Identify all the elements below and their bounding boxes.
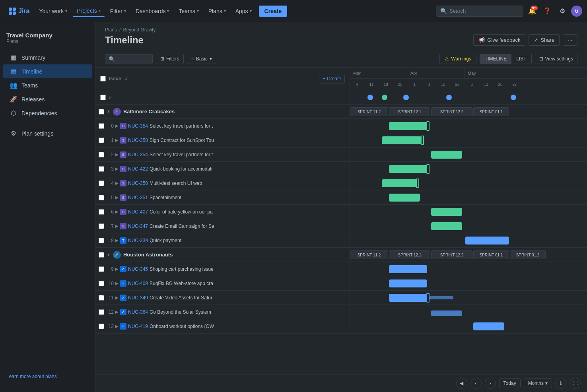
settings-button[interactable]: ⚙	[556, 5, 569, 17]
tab-timeline[interactable]: TIMELINE	[480, 54, 511, 64]
expand-6[interactable]: ▶	[115, 210, 119, 214]
info-button[interactable]: ℹ	[555, 378, 566, 389]
sidebar-item-teams[interactable]: 👥 Teams	[3, 78, 92, 92]
learn-more-link[interactable]: Learn more about plans	[6, 374, 57, 379]
row-checkbox-6[interactable]	[99, 209, 104, 215]
expand-2[interactable]: ▶	[115, 152, 119, 157]
issue-key-3[interactable]: NUC-422	[128, 166, 148, 172]
nav-next-button[interactable]: ›	[485, 378, 496, 389]
row-checkbox-11[interactable]	[99, 295, 104, 301]
issue-key-6[interactable]: NUC-407	[128, 209, 148, 215]
row-checkbox-0[interactable]	[99, 123, 104, 129]
issue-key-12[interactable]: NUC-364	[128, 309, 148, 315]
nav-back-button[interactable]: ◀	[456, 378, 467, 389]
jira-logo[interactable]: Jira	[5, 8, 33, 15]
group-houston-header[interactable]: ▼ 🚀 Houston Astronauts SPRINT 11.2 SPRIN…	[95, 248, 587, 262]
expand-3[interactable]: ▶	[115, 167, 119, 171]
filter-menu[interactable]: Filter ▾	[106, 6, 130, 17]
warnings-button[interactable]: ⚠ Warnings	[439, 54, 476, 64]
issue-key-13[interactable]: NUC-419	[128, 324, 148, 329]
give-feedback-button[interactable]: 📢 Give feedback	[473, 34, 525, 46]
search-input[interactable]	[449, 8, 519, 14]
gantt-cell-9	[350, 262, 587, 276]
milestone-3	[403, 95, 409, 100]
your-work-menu[interactable]: Your work ▾	[35, 6, 71, 17]
issue-key-5[interactable]: NUC-351	[128, 195, 148, 200]
today-button[interactable]: Today	[499, 378, 521, 388]
issue-key-9[interactable]: NUC-345	[128, 266, 148, 272]
breadcrumb-project[interactable]: Beyond Gravity	[123, 27, 155, 33]
group-baltimore-checkbox[interactable]	[99, 109, 104, 114]
expand-10[interactable]: ▶	[115, 281, 119, 285]
search-box[interactable]: 🔍	[436, 6, 523, 17]
months-dropdown[interactable]: Months ▾	[524, 378, 552, 388]
row-checkbox-4[interactable]	[99, 180, 104, 186]
share-button[interactable]: ↗ Share	[529, 34, 560, 46]
sidebar-item-timeline[interactable]: ▤ Timeline	[3, 64, 92, 78]
plans-menu[interactable]: Plans ▾	[204, 6, 230, 17]
issue-key-0[interactable]: NUC-354	[128, 123, 148, 129]
teams-menu[interactable]: Teams ▾	[175, 6, 202, 17]
month-row: Mar Apr May	[350, 68, 587, 79]
expand-9[interactable]: ▶	[115, 267, 119, 271]
more-options-button[interactable]: ···	[563, 34, 577, 46]
expand-11[interactable]: ▶	[115, 295, 119, 300]
basic-button[interactable]: ≡ Basic ▾	[187, 54, 216, 64]
sidebar-item-plan-settings[interactable]: ⚙ Plan settings	[3, 126, 92, 140]
row-num-7: 7	[106, 223, 114, 229]
expand-5[interactable]: ▶	[115, 195, 119, 200]
issue-key-7[interactable]: NUC-347	[128, 223, 148, 229]
help-button[interactable]: ❓	[541, 5, 554, 17]
expand-8[interactable]: ▶	[115, 238, 119, 243]
breadcrumb-plans[interactable]: Plans	[105, 27, 117, 33]
issue-key-8[interactable]: NUC-339	[128, 238, 148, 243]
apps-menu[interactable]: Apps ▾	[231, 6, 256, 17]
toolbar-search[interactable]: 🔍	[105, 54, 153, 64]
row-checkbox-10[interactable]	[99, 281, 104, 286]
row-checkbox-9[interactable]	[99, 266, 104, 272]
row-checkbox-3[interactable]	[99, 166, 104, 172]
row-checkbox-2[interactable]	[99, 152, 104, 157]
timeline-scroll[interactable]: # ▼ 🏃	[95, 90, 587, 374]
expand-0[interactable]: ▶	[115, 124, 119, 128]
type-icon-11: ✓	[120, 295, 126, 301]
row-checkbox-8[interactable]	[99, 238, 104, 243]
row-checkbox-12[interactable]	[99, 309, 104, 315]
milestone-checkbox[interactable]	[100, 95, 106, 100]
expand-7[interactable]: ▶	[115, 224, 119, 228]
issue-key-4[interactable]: NUC-350	[128, 180, 148, 186]
group-baltimore-header[interactable]: ▼ 🏃 Baltimore Crabcakes SPRINT 11.2 SPRI…	[95, 105, 587, 119]
row-checkbox-1[interactable]	[99, 138, 104, 143]
day-4: 4	[350, 79, 364, 90]
toolbar-search-input[interactable]	[117, 56, 149, 62]
issue-key-1[interactable]: NUC-358	[128, 138, 148, 143]
tab-list[interactable]: LIST	[511, 54, 531, 64]
avatar[interactable]: U	[571, 6, 582, 17]
sidebar-item-summary[interactable]: ▦ Summary	[3, 50, 92, 64]
view-settings-button[interactable]: ⊟ View settings	[535, 54, 577, 64]
row-checkbox-7[interactable]	[99, 223, 104, 229]
expand-12[interactable]: ▶	[115, 310, 119, 314]
dashboards-menu[interactable]: Dashboards ▾	[132, 6, 173, 17]
issue-key-11[interactable]: NUC-349	[128, 295, 148, 301]
expand-13[interactable]: ▶	[115, 324, 119, 328]
nav-prev-button[interactable]: ‹	[470, 378, 482, 389]
sidebar-item-dependencies[interactable]: ⬡ Dependencies	[3, 106, 92, 120]
expand-1[interactable]: ▶	[115, 138, 119, 142]
expand-4[interactable]: ▶	[115, 181, 119, 185]
group-houston-expand[interactable]: ▼	[107, 252, 111, 257]
notifications-button[interactable]: 🔔 9+	[526, 5, 538, 17]
row-checkbox-5[interactable]	[99, 195, 104, 200]
group-expand-icon[interactable]: ▼	[107, 109, 111, 114]
create-issue-button[interactable]: + + Create Create	[319, 74, 345, 83]
issue-key-10[interactable]: NUC-409	[128, 281, 148, 286]
expand-full-button[interactable]: ⛶	[570, 378, 581, 389]
select-all-checkbox[interactable]	[100, 76, 106, 82]
row-checkbox-13[interactable]	[99, 324, 104, 329]
issue-key-2[interactable]: NUC-354	[128, 152, 148, 157]
create-button[interactable]: Create	[259, 6, 288, 17]
projects-menu[interactable]: Projects ▾	[73, 5, 105, 17]
filters-button[interactable]: ⊞ Filters	[156, 54, 184, 64]
sidebar-item-releases[interactable]: 🚀 Releases	[3, 92, 92, 106]
group-houston-checkbox[interactable]	[99, 252, 104, 258]
